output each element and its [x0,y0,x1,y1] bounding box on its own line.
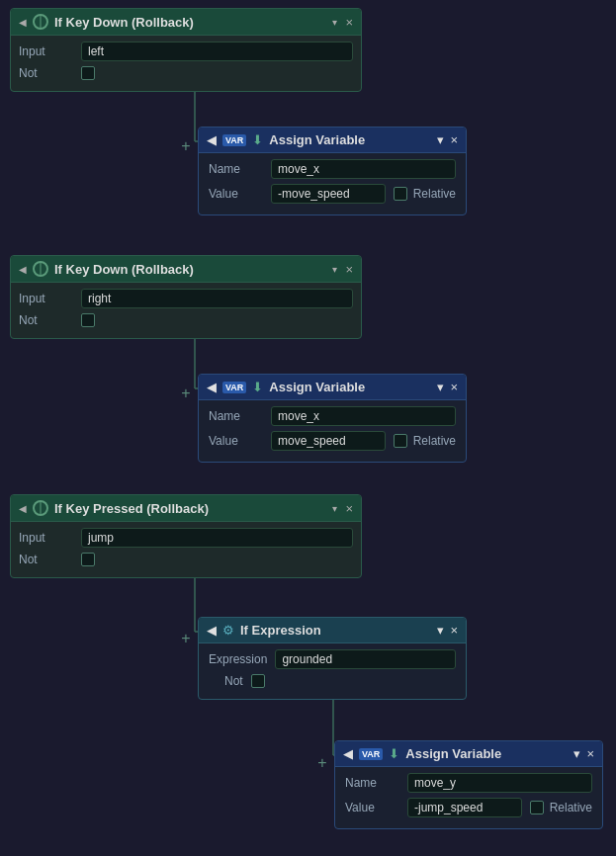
input-label-3: Input [19,531,73,545]
expression-value[interactable]: grounded [275,649,456,669]
download-icon-3: ⬇ [389,746,399,761]
if-key-pressed-block: ◀ If Key Pressed (Rollback) ▾ × Input ju… [10,494,362,578]
value-label-3: Value [345,801,399,814]
relative-checkbox-3[interactable] [530,801,544,814]
relative-label-3: Relative [550,801,592,814]
value-label-1: Value [209,187,263,201]
collapse-arrow-expr[interactable]: ◀ [207,623,217,638]
input-value-1[interactable]: left [81,42,353,61]
plus-icon-4[interactable]: + [312,753,332,773]
assign-var-title-2: Assign Variable [269,380,431,394]
input-field-row-2: Input right [19,289,353,308]
not-checkbox-expr[interactable] [251,674,265,688]
if-key-pressed-title: If Key Pressed (Rollback) [54,501,326,516]
not-checkbox-2[interactable] [81,313,95,327]
plus-connector-1[interactable]: + [176,136,196,156]
var-badge-2: VAR [222,382,246,393]
not-field-row-expr: Not [209,674,456,688]
download-icon-1: ⬇ [252,132,263,147]
relative-field-1: Relative [394,187,456,201]
globe-icon-2 [33,261,48,277]
collapse-arrow-av3[interactable]: ◀ [343,746,353,761]
assign-var-body-2: Name move_x Value move_speed Relative [199,400,466,462]
plus-connector-3[interactable]: + [176,629,196,648]
assign-var-header-2[interactable]: ◀ VAR ⬇ Assign Variable ▾ × [199,375,466,400]
dropdown-arrow-3[interactable]: ▾ [332,503,337,514]
collapse-arrow-av2[interactable]: ◀ [207,380,217,394]
name-value-3[interactable]: move_y [407,773,592,793]
assign-var-block-3: ◀ VAR ⬇ Assign Variable ▾ × Name move_y … [334,740,603,829]
input-label-2: Input [19,292,73,305]
collapse-arrow-3[interactable]: ◀ [19,503,27,514]
name-label-1: Name [209,162,263,176]
if-key-down-header-2[interactable]: ◀ If Key Down (Rollback) ▾ × [11,256,361,283]
relative-checkbox-1[interactable] [394,187,407,201]
close-btn-av2[interactable]: × [450,380,458,394]
if-key-down-title-1: If Key Down (Rollback) [54,15,326,30]
close-btn-2[interactable]: × [345,262,353,277]
relative-checkbox-2[interactable] [394,434,407,448]
if-expression-body: Expression grounded Not [199,643,466,699]
collapse-arrow-av1[interactable]: ◀ [207,132,217,147]
close-btn-av3[interactable]: × [586,746,594,761]
assign-var-body-1: Name move_x Value -move_speed Relative [199,153,466,214]
plus-connector-4[interactable]: + [312,753,332,773]
assign-var-header-3[interactable]: ◀ VAR ⬇ Assign Variable ▾ × [335,741,602,767]
not-field-row-3: Not [19,553,353,566]
close-btn-1[interactable]: × [345,15,353,30]
if-expression-block: ◀ ⚙ If Expression ▾ × Expression grounde… [198,617,467,700]
input-value-2[interactable]: right [81,289,353,308]
if-expression-header[interactable]: ◀ ⚙ If Expression ▾ × [199,618,466,643]
name-field-row-1: Name move_x [209,159,456,179]
globe-icon-3 [33,500,48,516]
expression-field-row: Expression grounded [209,649,456,669]
dropdown-arrow-expr[interactable]: ▾ [437,623,444,638]
name-value-1[interactable]: move_x [271,159,456,179]
collapse-arrow-2[interactable]: ◀ [19,264,27,275]
if-key-down-block-1: ◀ If Key Down (Rollback) ▾ × Input left … [10,8,362,92]
name-label-2: Name [209,409,263,423]
input-label-1: Input [19,44,73,58]
close-btn-expr[interactable]: × [450,623,458,638]
not-label-3: Not [19,553,73,566]
not-label-expr: Not [209,674,243,688]
value-value-2[interactable]: move_speed [271,431,386,451]
name-field-row-3: Name move_y [345,773,592,793]
dropdown-arrow-av2[interactable]: ▾ [437,380,444,394]
plus-icon-2[interactable]: + [176,384,196,403]
expression-icon: ⚙ [222,623,234,638]
not-checkbox-1[interactable] [81,66,95,80]
if-key-down-body-1: Input left Not [11,36,361,91]
plus-icon-3[interactable]: + [176,629,196,648]
value-value-1[interactable]: -move_speed [271,184,386,204]
relative-label-1: Relative [413,187,456,201]
plus-icon-1[interactable]: + [176,136,196,156]
close-btn-3[interactable]: × [345,501,353,516]
dropdown-arrow-1[interactable]: ▾ [332,17,337,28]
download-icon-2: ⬇ [252,380,263,394]
if-key-pressed-header[interactable]: ◀ If Key Pressed (Rollback) ▾ × [11,495,361,522]
if-key-down-block-2: ◀ If Key Down (Rollback) ▾ × Input right… [10,255,362,339]
dropdown-arrow-av1[interactable]: ▾ [437,132,444,147]
input-value-3[interactable]: jump [81,528,353,548]
name-label-3: Name [345,776,399,790]
expression-label: Expression [209,652,267,666]
dropdown-arrow-2[interactable]: ▾ [332,264,337,275]
relative-field-3: Relative [530,801,592,814]
not-field-row-1: Not [19,66,353,80]
value-label-2: Value [209,434,263,448]
collapse-arrow-1[interactable]: ◀ [19,17,27,28]
if-key-down-body-2: Input right Not [11,283,361,338]
if-key-down-header-1[interactable]: ◀ If Key Down (Rollback) ▾ × [11,9,361,36]
not-field-row-2: Not [19,313,353,327]
input-field-row-1: Input left [19,42,353,61]
close-btn-av1[interactable]: × [450,132,458,147]
name-value-2[interactable]: move_x [271,406,456,426]
input-field-row-3: Input jump [19,528,353,548]
if-key-down-title-2: If Key Down (Rollback) [54,262,326,277]
plus-connector-2[interactable]: + [176,384,196,403]
value-value-3[interactable]: -jump_speed [407,798,522,817]
assign-var-header-1[interactable]: ◀ VAR ⬇ Assign Variable ▾ × [199,128,466,153]
dropdown-arrow-av3[interactable]: ▾ [573,746,580,761]
not-checkbox-3[interactable] [81,553,95,566]
